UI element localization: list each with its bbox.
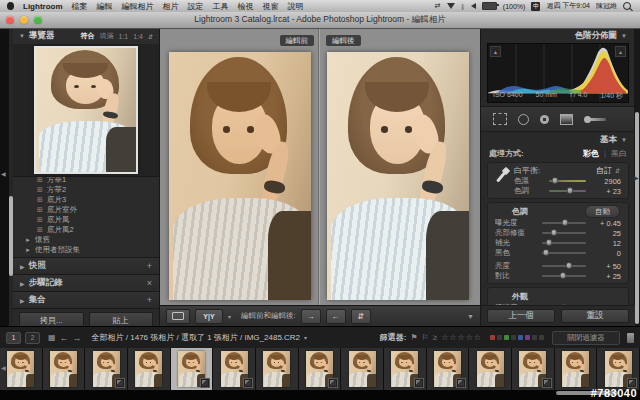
histogram-header[interactable]: 色階分佈圖 ▼ xyxy=(481,28,635,43)
color-label[interactable] xyxy=(539,335,544,340)
preset-item[interactable]: ⊞底片室外 xyxy=(13,205,159,215)
after-image[interactable] xyxy=(327,52,469,300)
slider-knob[interactable] xyxy=(566,262,573,269)
panel-header[interactable]: ▶步驟記錄× xyxy=(13,274,159,291)
slider-knob[interactable] xyxy=(551,177,558,184)
slider-track[interactable] xyxy=(542,232,586,234)
graduated-filter-tool-icon[interactable] xyxy=(560,114,573,125)
status-dropdown-caret-icon[interactable]: ▾ xyxy=(304,334,307,341)
star-rating-filter[interactable]: ☆☆☆☆☆ xyxy=(441,333,482,342)
color-label[interactable] xyxy=(525,335,530,340)
spot-removal-tool-icon[interactable] xyxy=(518,114,529,125)
previous-button[interactable]: 上一個 xyxy=(487,309,555,323)
panel-header-action[interactable]: × xyxy=(147,278,152,288)
filmstrip-thumbnail[interactable] xyxy=(171,348,214,390)
filmstrip-thumbnail[interactable] xyxy=(213,348,256,390)
slider-track[interactable] xyxy=(549,190,586,192)
filmstrip-thumbnail[interactable] xyxy=(256,348,299,390)
next-photo-arrow-icon[interactable]: → xyxy=(73,333,82,343)
preset-item[interactable]: ⊞底片風2 xyxy=(13,225,159,235)
menu-item[interactable]: 設定 xyxy=(188,1,204,12)
sync-icon[interactable]: ⇄ xyxy=(435,2,441,10)
red-eye-tool-icon[interactable] xyxy=(540,115,549,124)
view-mode-caret-icon[interactable]: ▾ xyxy=(228,313,231,320)
slider-knob[interactable] xyxy=(559,272,566,279)
slider-track[interactable] xyxy=(542,222,586,224)
spotlight-icon[interactable] xyxy=(623,2,631,10)
apple-menu-icon[interactable] xyxy=(7,2,14,10)
wifi-icon[interactable] xyxy=(447,3,455,9)
before-image[interactable] xyxy=(169,52,311,300)
filmstrip-thumbnail[interactable] xyxy=(128,348,171,390)
navigator-zoom-option[interactable]: 1:1 xyxy=(119,33,129,40)
color-label[interactable] xyxy=(497,335,502,340)
highlight-clipping-indicator[interactable]: ▲ xyxy=(615,46,626,57)
star-icon[interactable]: ☆ xyxy=(466,333,474,342)
clock[interactable]: 週四 下午9:04 xyxy=(546,1,590,11)
copy-after-to-before-button[interactable]: ← xyxy=(326,309,346,324)
basic-panel-header[interactable]: 基本 ▼ xyxy=(481,132,635,147)
swap-before-after-button[interactable]: ⇵ xyxy=(351,309,371,324)
star-icon[interactable]: ☆ xyxy=(457,333,465,342)
bluetooth-icon[interactable]: ᛒ xyxy=(461,3,465,10)
navigator-zoom-option[interactable]: 符合 xyxy=(81,31,95,41)
navigator-preview[interactable] xyxy=(13,44,159,177)
wb-eyedropper-icon[interactable] xyxy=(494,168,510,186)
window-titlebar[interactable]: Lightroom 3 Catalog.lrcat - Adobe Photos… xyxy=(0,12,640,29)
slider-track[interactable] xyxy=(542,242,586,244)
filmstrip-source-status[interactable]: 全部相片 / 1476 張相片 / 選取了 1 張相片 / IMG_2485.C… xyxy=(92,332,301,343)
slider-track[interactable] xyxy=(542,252,586,254)
menu-item[interactable]: 檢視 xyxy=(238,1,254,12)
preset-item[interactable]: ⊞方華1 xyxy=(13,177,159,185)
filter-preset-dropdown[interactable]: 關閉過濾器 xyxy=(552,331,620,345)
second-window-button[interactable]: 2 xyxy=(25,332,40,344)
panel-header[interactable]: ▶快照+ xyxy=(13,257,159,274)
slider-track[interactable] xyxy=(549,180,586,182)
color-label[interactable] xyxy=(490,335,495,340)
grid-view-icon[interactable]: ▦ xyxy=(48,333,56,342)
filmstrip-thumbnail[interactable] xyxy=(384,348,427,390)
slider-knob[interactable] xyxy=(545,239,552,246)
copy-before-to-after-button[interactable]: → xyxy=(301,309,321,324)
navigator-header[interactable]: ▼ 導覽器 符合填滿1:11:4⇵ xyxy=(13,28,159,44)
shadow-clipping-indicator[interactable]: ▲ xyxy=(490,46,501,57)
main-window-button[interactable]: 1 xyxy=(6,332,21,344)
slider-knob[interactable] xyxy=(567,187,574,194)
navigator-zoom-swap-icon[interactable]: ⇵ xyxy=(148,33,153,40)
collapse-right-panel-icon[interactable]: ▶ xyxy=(634,174,639,181)
preset-folder[interactable]: ►使用者預設集 xyxy=(13,245,159,255)
navigator-zoom-option[interactable]: 1:4 xyxy=(133,33,143,40)
pick-flag-icon[interactable]: ⚑ xyxy=(410,333,417,342)
menu-item[interactable]: 編輯相片 xyxy=(122,1,154,12)
user-menu[interactable]: 陳冠維 xyxy=(596,1,617,11)
filmstrip-thumbnail[interactable] xyxy=(85,348,128,390)
copy-button[interactable]: 拷貝... xyxy=(19,312,84,326)
color-label[interactable] xyxy=(532,335,537,340)
filmstrip-thumbnail[interactable] xyxy=(341,348,384,390)
before-after-view-button[interactable]: Y|Y xyxy=(195,309,223,324)
right-panel-scrollbar[interactable] xyxy=(635,112,639,324)
filmstrip-thumbnail[interactable] xyxy=(597,348,640,390)
slider-knob[interactable] xyxy=(561,219,568,226)
treatment-color-option[interactable]: 彩色 xyxy=(583,148,599,159)
loupe-view-button[interactable] xyxy=(166,309,190,324)
reset-button[interactable]: 重設 xyxy=(561,309,629,323)
slider-track[interactable] xyxy=(542,275,586,277)
histogram[interactable]: ▲ ▲ ISO 6400 50 mm f / 4.0 1/40 秒 xyxy=(487,43,629,103)
menu-item[interactable]: 說明 xyxy=(288,1,304,12)
preset-item[interactable]: ⊞底片風 xyxy=(13,215,159,225)
star-icon[interactable]: ☆ xyxy=(474,333,482,342)
wb-value[interactable]: 自訂 xyxy=(596,165,612,176)
filmstrip-scroll-left-icon[interactable]: ◀ xyxy=(1,364,6,371)
color-label[interactable] xyxy=(518,335,523,340)
menu-item[interactable]: 檔案 xyxy=(72,1,88,12)
filter-toggle-switch[interactable] xyxy=(627,333,634,343)
filmstrip-thumbnail[interactable] xyxy=(0,348,43,390)
reject-flag-icon[interactable]: ⚐ xyxy=(422,333,429,342)
panel-header-action[interactable]: + xyxy=(147,295,152,305)
navigator-photo[interactable] xyxy=(36,48,136,172)
menu-item[interactable]: 視窗 xyxy=(263,1,279,12)
menu-item[interactable]: 編輯 xyxy=(97,1,113,12)
menu-item[interactable]: 相片 xyxy=(163,1,179,12)
treatment-bw-option[interactable]: 黑白 xyxy=(611,148,627,159)
